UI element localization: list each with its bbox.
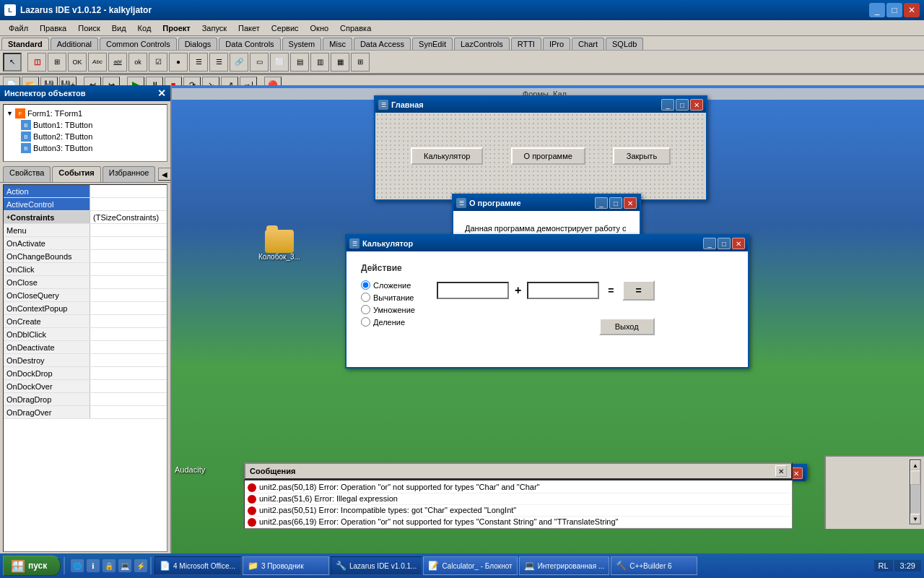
prop-row-onclose[interactable]: OnClose <box>4 276 167 289</box>
prop-value-activecontrol[interactable] <box>90 198 167 210</box>
radio-add-input[interactable] <box>361 280 370 290</box>
prop-value-onactivate[interactable] <box>90 237 167 249</box>
palette-tool-16[interactable]: ▦ <box>331 53 349 72</box>
palette-tab-sqldb[interactable]: SQLdb <box>606 38 643 50</box>
win-about-minimize[interactable]: _ <box>595 197 608 209</box>
prop-row-oncreate[interactable]: OnCreate <box>4 315 167 328</box>
prop-row-oncontextpopup[interactable]: OnContextPopup <box>4 302 167 315</box>
scroll-down-button[interactable]: ▼ <box>910 514 920 524</box>
palette-tab-rtti[interactable]: RTTI <box>511 38 541 50</box>
palette-tool-6[interactable]: ok <box>128 53 147 72</box>
inspector-tab-favorites[interactable]: Избранное <box>103 166 156 182</box>
palette-tab-lazcontrols[interactable]: LazControls <box>454 38 510 50</box>
tray-icon-5[interactable]: ⚡ <box>134 559 147 572</box>
radio-div-input[interactable] <box>361 317 370 327</box>
palette-tool-5[interactable]: abI <box>108 53 127 72</box>
palette-tab-data-access[interactable]: Data Access <box>354 38 411 50</box>
prop-row-onclosequery[interactable]: OnCloseQuery <box>4 289 167 302</box>
menu-service[interactable]: Сервис <box>266 22 305 34</box>
taskbar-item-3[interactable]: 🔧 Lazarus IDE v1.0.1... <box>331 556 422 575</box>
tree-item-button3[interactable]: B Button3: TButton <box>21 142 164 154</box>
taskbar-item-6[interactable]: 🔨 C++Builder 6 <box>611 556 697 575</box>
menu-project[interactable]: Проект <box>157 22 196 34</box>
palette-tool-8[interactable]: ● <box>169 53 188 72</box>
prop-value-ondeactivate[interactable] <box>90 341 167 353</box>
taskbar-item-4[interactable]: 📝 Calculator_ - Блокнот <box>423 556 517 575</box>
prop-row-ondockover[interactable]: OnDockOver <box>4 380 167 393</box>
win-main-maximize[interactable]: □ <box>676 99 689 111</box>
palette-tool-12[interactable]: ▭ <box>250 53 269 72</box>
palette-tool-2[interactable]: ⊞ <box>48 53 66 72</box>
desktop-folder[interactable]: Колобок_3... <box>258 230 300 261</box>
vertical-scrollbar[interactable]: ▲ ▼ <box>910 460 921 525</box>
tree-item-button1[interactable]: B Button1: TButton <box>21 119 164 131</box>
prop-value-onclick[interactable] <box>90 263 167 275</box>
palette-tool-10[interactable]: ☰ <box>209 53 228 72</box>
win-calc-maximize[interactable]: □ <box>718 238 731 249</box>
palette-tab-misc[interactable]: Misc <box>323 38 352 50</box>
tray-icon-4[interactable]: 💻 <box>118 559 131 572</box>
palette-tab-common-controls[interactable]: Common Controls <box>100 38 177 50</box>
prop-value-menu[interactable] <box>90 224 167 236</box>
menu-search[interactable]: Поиск <box>72 22 105 34</box>
palette-tool-3[interactable]: OK <box>68 53 87 72</box>
minimize-button[interactable]: _ <box>869 3 885 17</box>
inspector-close-button[interactable]: ✕ <box>157 87 166 99</box>
prop-row-onclick[interactable]: OnClick <box>4 263 167 276</box>
palette-tool-15[interactable]: ▥ <box>310 53 329 72</box>
language-indicator[interactable]: RL <box>874 560 893 571</box>
menu-code[interactable]: Код <box>132 22 157 34</box>
maximize-button[interactable]: □ <box>886 3 902 17</box>
prop-value-ondblclick[interactable] <box>90 328 167 340</box>
prop-row-constraints[interactable]: Constraints (TSizeConstraints) <box>4 211 167 224</box>
menu-package[interactable]: Пакет <box>232 22 266 34</box>
radio-mul-input[interactable] <box>361 305 370 314</box>
radio-div[interactable]: Деление <box>361 317 415 327</box>
taskbar-item-2[interactable]: 📁 3 Проводник <box>243 556 329 575</box>
radio-sub[interactable]: Вычитание <box>361 293 415 302</box>
calc-exit-button[interactable]: Выход <box>599 318 655 335</box>
close-button[interactable]: ✕ <box>904 3 920 17</box>
prop-value-oncontextpopup[interactable] <box>90 302 167 314</box>
palette-tab-dialogs[interactable]: Dialogs <box>178 38 218 50</box>
win-about-maximize[interactable]: □ <box>609 197 622 209</box>
scroll-thumb[interactable] <box>910 470 920 485</box>
palette-tool-13[interactable]: ⬜ <box>270 53 289 72</box>
prop-value-ondestroy[interactable] <box>90 354 167 366</box>
tray-icon-1[interactable]: 🌐 <box>71 559 84 572</box>
palette-tab-standard[interactable]: Standard <box>1 38 49 50</box>
calc-input-a[interactable] <box>437 282 509 299</box>
taskbar-item-5[interactable]: 💻 Интегрированная ... <box>519 556 610 575</box>
prop-value-onchangebounds[interactable] <box>90 250 167 262</box>
prop-value-ondragdrop[interactable] <box>90 393 167 405</box>
win-calc-close[interactable]: ✕ <box>732 238 745 249</box>
prop-row-menu[interactable]: Menu <box>4 224 167 237</box>
palette-tool-4[interactable]: Abc <box>88 53 107 72</box>
prop-row-ondblclick[interactable]: OnDblClick <box>4 328 167 341</box>
palette-tab-system[interactable]: System <box>282 38 322 50</box>
tree-item-form[interactable]: ▼ F Form1: TForm1 <box>6 108 164 119</box>
palette-tool-11[interactable]: 🔗 <box>230 53 248 72</box>
palette-tool-1[interactable]: ◫ <box>27 53 46 72</box>
tree-item-button2[interactable]: B Button2: TButton <box>21 131 164 142</box>
win-about-close[interactable]: ✕ <box>624 197 637 209</box>
palette-tab-chart[interactable]: Chart <box>572 38 604 50</box>
menu-help[interactable]: Справка <box>334 22 377 34</box>
calc-input-b[interactable] <box>527 282 599 299</box>
prop-value-ondragover[interactable] <box>90 406 167 418</box>
palette-tool-9[interactable]: ☰ <box>189 53 208 72</box>
win-main-close[interactable]: ✕ <box>690 99 703 111</box>
palette-tool-14[interactable]: ▤ <box>290 53 309 72</box>
prop-value-onclosequery[interactable] <box>90 289 167 301</box>
palette-tool-17[interactable]: ⊞ <box>351 53 370 72</box>
menu-window[interactable]: Окно <box>305 22 335 34</box>
scroll-up-button[interactable]: ▲ <box>910 460 920 470</box>
menu-edit[interactable]: Правка <box>34 22 72 34</box>
tray-icon-3[interactable]: 🔒 <box>103 559 116 572</box>
win-main-minimize[interactable]: _ <box>661 99 674 111</box>
palette-tab-additional[interactable]: Additional <box>51 38 98 50</box>
palette-tab-data-controls[interactable]: Data Controls <box>219 38 280 50</box>
win-calc-minimize[interactable]: _ <box>703 238 716 249</box>
palette-tool-7[interactable]: ☑ <box>149 53 167 72</box>
win-main-titlebar[interactable]: ☰ Главная _ □ ✕ <box>375 97 706 113</box>
